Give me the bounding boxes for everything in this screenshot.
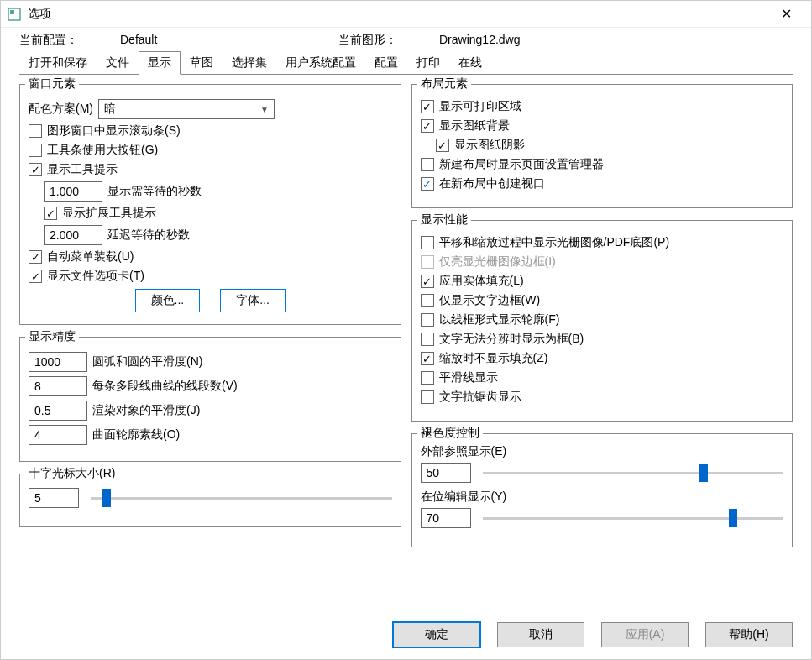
ok-button[interactable]: 确定 bbox=[393, 622, 480, 647]
checkbox-new-viewport[interactable] bbox=[421, 177, 434, 191]
current-config-label: 当前配置： bbox=[19, 33, 120, 48]
checkbox-pan-zoom-raster[interactable] bbox=[421, 236, 434, 249]
tab-user[interactable]: 用户系统配置 bbox=[276, 51, 365, 75]
svg-rect-1 bbox=[10, 10, 14, 14]
apply-button[interactable]: 应用(A) bbox=[601, 622, 689, 647]
legend-display-precision: 显示精度 bbox=[25, 329, 79, 344]
label-new-viewport: 在新布局中创建视口 bbox=[439, 176, 545, 191]
group-layout-elements: 布局元素 显示可打印区域 显示图纸背景 显示图纸阴影 新建布局时显示页面设置管理… bbox=[411, 84, 794, 208]
checkbox-big-buttons[interactable] bbox=[29, 144, 42, 157]
input-inplace-fade[interactable] bbox=[421, 508, 471, 528]
label-xref-fade: 外部参照显示(E) bbox=[421, 444, 784, 459]
input-surface-contours[interactable] bbox=[29, 425, 87, 445]
tab-display[interactable]: 显示 bbox=[139, 51, 181, 75]
group-display-precision: 显示精度 圆弧和圆的平滑度(N) 每条多段线曲线的线段数(V) 渲染对象的平滑度… bbox=[19, 337, 401, 462]
label-smooth-line: 平滑线显示 bbox=[439, 370, 498, 385]
slider-thumb[interactable] bbox=[729, 509, 737, 527]
label-file-tabs: 显示文件选项卡(T) bbox=[47, 269, 144, 284]
input-ext-tooltip-seconds[interactable] bbox=[44, 225, 102, 245]
label-tooltip-seconds: 显示需等待的秒数 bbox=[107, 184, 202, 199]
label-pan-zoom-raster: 平移和缩放过程中显示光栅图像/PDF底图(P) bbox=[439, 235, 670, 250]
label-ext-tooltips: 显示扩展工具提示 bbox=[62, 206, 156, 221]
checkbox-file-tabs[interactable] bbox=[29, 270, 42, 283]
label-tooltips: 显示工具提示 bbox=[47, 162, 118, 177]
color-scheme-select[interactable]: 暗 ▼ bbox=[98, 99, 275, 119]
label-no-fill-zoom: 缩放时不显示填充(Z) bbox=[439, 351, 548, 366]
label-paper-bg: 显示图纸背景 bbox=[439, 118, 510, 134]
label-polyline-segments: 每条多段线曲线的线段数(V) bbox=[92, 379, 238, 394]
label-text-box: 文字无法分辨时显示为框(B) bbox=[439, 332, 584, 347]
tab-config[interactable]: 配置 bbox=[365, 51, 407, 75]
group-window-elements: 窗口元素 配色方案(M) 暗 ▼ 图形窗口中显示滚动条(S) 工具条使用大按钮(… bbox=[19, 84, 401, 325]
checkbox-text-box[interactable] bbox=[421, 333, 434, 346]
input-crosshair-size[interactable] bbox=[29, 488, 79, 508]
checkbox-text-aa[interactable] bbox=[421, 390, 434, 404]
slider-crosshair[interactable] bbox=[91, 497, 392, 500]
tab-open-save[interactable]: 打开和保存 bbox=[19, 51, 97, 75]
legend-window-elements: 窗口元素 bbox=[25, 76, 79, 92]
label-arc-smoothness: 圆弧和圆的平滑度(N) bbox=[92, 354, 202, 369]
current-config-value: Default bbox=[120, 33, 338, 48]
label-text-aa: 文字抗锯齿显示 bbox=[439, 390, 521, 405]
checkbox-printable-area[interactable] bbox=[421, 100, 434, 113]
tab-sketch[interactable]: 草图 bbox=[181, 51, 223, 75]
label-auto-menu: 自动菜单装载(U) bbox=[47, 249, 134, 265]
checkbox-no-fill-zoom[interactable] bbox=[421, 352, 434, 365]
tab-selection[interactable]: 选择集 bbox=[223, 51, 276, 75]
label-solid-fill: 应用实体填充(L) bbox=[439, 274, 524, 289]
label-text-frame: 仅显示文字边框(W) bbox=[439, 293, 541, 308]
app-icon bbox=[8, 8, 21, 21]
window-title: 选项 bbox=[28, 7, 767, 22]
checkbox-paper-bg[interactable] bbox=[421, 119, 434, 133]
checkbox-pagesetup-mgr[interactable] bbox=[421, 158, 434, 171]
label-big-buttons: 工具条使用大按钮(G) bbox=[47, 143, 158, 158]
label-raster-frame: 仅亮显光栅图像边框(I) bbox=[439, 254, 556, 270]
checkbox-text-frame[interactable] bbox=[421, 294, 434, 307]
fonts-button[interactable]: 字体... bbox=[220, 289, 286, 312]
tab-file[interactable]: 文件 bbox=[97, 51, 139, 75]
checkbox-raster-frame bbox=[421, 255, 434, 269]
cancel-button[interactable]: 取消 bbox=[497, 622, 584, 647]
input-xref-fade[interactable] bbox=[421, 463, 471, 483]
input-tooltip-seconds[interactable] bbox=[44, 181, 102, 202]
label-printable-area: 显示可打印区域 bbox=[439, 99, 521, 114]
input-arc-smoothness[interactable] bbox=[29, 352, 87, 372]
checkbox-tooltips[interactable] bbox=[29, 163, 42, 176]
help-button[interactable]: 帮助(H) bbox=[705, 622, 793, 647]
checkbox-wire-frame[interactable] bbox=[421, 313, 434, 327]
chevron-down-icon: ▼ bbox=[260, 105, 269, 114]
colors-button[interactable]: 颜色... bbox=[135, 289, 201, 312]
slider-thumb[interactable] bbox=[699, 464, 708, 482]
checkbox-auto-menu[interactable] bbox=[29, 250, 42, 264]
checkbox-scrollbars[interactable] bbox=[29, 124, 42, 138]
slider-thumb[interactable] bbox=[102, 489, 111, 507]
current-drawing-label: 当前图形： bbox=[338, 33, 439, 48]
legend-layout-elements: 布局元素 bbox=[417, 76, 471, 92]
color-scheme-label: 配色方案(M) bbox=[29, 102, 93, 117]
slider-xref-fade[interactable] bbox=[483, 472, 784, 474]
input-polyline-segments[interactable] bbox=[29, 376, 87, 396]
group-crosshair: 十字光标大小(R) bbox=[19, 474, 401, 527]
group-display-performance: 显示性能 平移和缩放过程中显示光栅图像/PDF底图(P) 仅亮显光栅图像边框(I… bbox=[411, 220, 794, 422]
legend-crosshair: 十字光标大小(R) bbox=[25, 466, 118, 481]
tab-print[interactable]: 打印 bbox=[407, 51, 449, 75]
label-paper-shadow: 显示图纸阴影 bbox=[454, 138, 525, 153]
label-scrollbars: 图形窗口中显示滚动条(S) bbox=[47, 123, 181, 139]
checkbox-ext-tooltips[interactable] bbox=[44, 207, 57, 220]
checkbox-paper-shadow[interactable] bbox=[436, 139, 449, 152]
color-scheme-value: 暗 bbox=[104, 102, 116, 117]
input-render-smoothness[interactable] bbox=[29, 401, 87, 421]
legend-display-performance: 显示性能 bbox=[417, 212, 471, 228]
close-button[interactable]: ✕ bbox=[767, 1, 804, 28]
tab-online[interactable]: 在线 bbox=[449, 51, 491, 75]
label-wire-frame: 以线框形式显示轮廓(F) bbox=[439, 312, 560, 327]
slider-inplace-fade[interactable] bbox=[483, 517, 784, 520]
label-ext-tooltip-seconds: 延迟等待的秒数 bbox=[107, 228, 190, 243]
group-fade-control: 褪色度控制 外部参照显示(E) 在位编辑显示(Y) bbox=[411, 433, 794, 547]
legend-fade-control: 褪色度控制 bbox=[417, 426, 483, 441]
label-render-smoothness: 渲染对象的平滑度(J) bbox=[92, 403, 200, 418]
current-drawing-value: Drawing12.dwg bbox=[439, 33, 657, 48]
label-pagesetup-mgr: 新建布局时显示页面设置管理器 bbox=[439, 157, 604, 172]
checkbox-solid-fill[interactable] bbox=[421, 275, 434, 288]
checkbox-smooth-line[interactable] bbox=[421, 371, 434, 385]
